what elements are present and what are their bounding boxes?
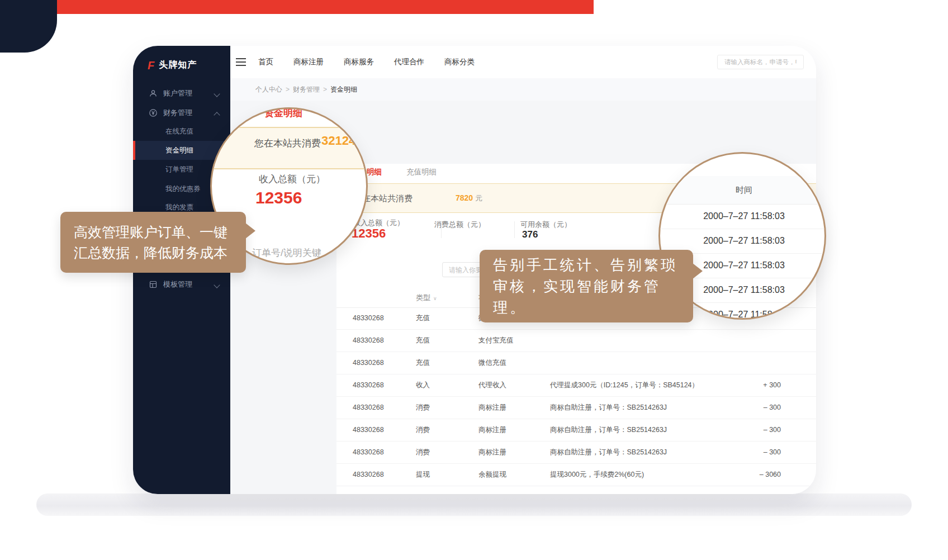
logo: F 头牌知产 bbox=[148, 59, 197, 71]
breadcrumb-bar: 个人中心 > 财务管理 > 资金明细 bbox=[230, 78, 816, 101]
cell-type: 提现 bbox=[416, 464, 430, 486]
nav-item-0[interactable]: 首页 bbox=[258, 57, 273, 67]
cell-type: 充值 bbox=[416, 307, 430, 329]
cell-balance: ¥ 12231 bbox=[815, 374, 816, 396]
menu-icon[interactable] bbox=[236, 58, 246, 68]
cell-balance: ¥ 12231 bbox=[815, 419, 816, 441]
cell-project: 商标注册 bbox=[478, 442, 506, 463]
available-balance-label: 可用余额（元） bbox=[520, 220, 571, 230]
callout-arrow-icon bbox=[693, 263, 703, 279]
sidebar-item-1-0[interactable]: 在线充值 bbox=[133, 122, 230, 141]
top-left-dark-corner bbox=[0, 0, 57, 53]
finance-icon bbox=[149, 108, 158, 117]
cell-balance: ¥ 12231 bbox=[815, 442, 816, 463]
cell-amount: – 300 bbox=[750, 397, 781, 419]
cell-type: 充值 bbox=[416, 352, 430, 374]
nav-item-3[interactable]: 代理合作 bbox=[394, 57, 424, 67]
breadcrumb-separator: > bbox=[286, 86, 290, 93]
zoom-banner-prefix: 您在本站共消费 bbox=[254, 137, 321, 150]
col-type-header[interactable]: 类型∨ bbox=[416, 288, 437, 308]
cell-desc: 商标自助注册，订单号：SB2514263J bbox=[550, 397, 667, 419]
sidebar-group-0[interactable]: 账户管理 bbox=[133, 84, 230, 103]
logo-icon: F bbox=[148, 60, 154, 71]
cell-project: 余额提现 bbox=[478, 464, 506, 486]
chevron-up-icon bbox=[214, 112, 220, 118]
cell-order: 48330268 bbox=[353, 464, 384, 486]
cell-amount: – 300 bbox=[750, 442, 781, 463]
cell-balance: ¥ 12231 bbox=[815, 464, 816, 486]
callout-arrow-icon bbox=[245, 223, 255, 239]
sidebar-item-label: 我的优惠券 bbox=[165, 184, 201, 194]
cell-order: 48330268 bbox=[353, 374, 384, 396]
zoom-income-value: 12356 bbox=[255, 188, 302, 207]
breadcrumb-home[interactable]: 个人中心 bbox=[255, 85, 282, 94]
cell-type: 收入 bbox=[416, 374, 430, 396]
cell-desc: 代理提成300元（ID:1245，订单号：SB45124） bbox=[550, 374, 699, 396]
user-icon bbox=[149, 89, 158, 98]
sidebar-item-label: 我的发票 bbox=[165, 203, 193, 212]
callout-left-text: 高效管理账户订单、一键汇总数据，降低财务成本 bbox=[74, 222, 233, 263]
zoom-income-label: 收入总额（元） bbox=[259, 173, 325, 186]
callout-right: 告别手工统计、告别繁琐审核，实现智能财务管理。 bbox=[480, 250, 693, 322]
cell-desc: 商标自助注册，订单号：SB2514263J bbox=[550, 442, 667, 463]
banner-amount: 7820元 bbox=[456, 184, 482, 212]
table-row: 48330268消费商标注册商标自助注册，订单号：SB2514263J– 300… bbox=[336, 442, 816, 464]
sidebar-group-2[interactable]: 模板管理 bbox=[133, 275, 230, 294]
laptop-base bbox=[36, 493, 912, 516]
breadcrumb-finance[interactable]: 财务管理 bbox=[293, 85, 320, 94]
table-row: 48330268消费商标注册商标自助注册，订单号：SB2514263J– 300… bbox=[336, 397, 816, 419]
table-row: 48330268收入代理收入代理提成300元（ID:1245，订单号：SB451… bbox=[336, 374, 816, 397]
cell-project: 代理收入 bbox=[478, 374, 506, 396]
sidebar-item-label: 资金明细 bbox=[165, 146, 193, 155]
sidebar-group-label: 财务管理 bbox=[163, 108, 192, 118]
cell-order: 48330268 bbox=[353, 330, 384, 352]
cell-order: 48330268 bbox=[353, 352, 384, 374]
nav-item-2[interactable]: 商标服务 bbox=[344, 57, 374, 67]
spend-total-label: 消费总额（元） bbox=[434, 220, 485, 230]
cell-project: 微信充值 bbox=[478, 352, 506, 374]
cell-type: 消费 bbox=[416, 442, 430, 463]
breadcrumb-separator: > bbox=[323, 86, 327, 93]
trademark-search-input[interactable] bbox=[717, 55, 804, 69]
cell-type: 充值 bbox=[416, 330, 430, 352]
top-nav-menu: 首页商标注册商标服务代理合作商标分类 bbox=[258, 46, 475, 78]
sidebar-item-label: 在线充值 bbox=[165, 127, 193, 136]
canvas: F 头牌知产 账户管理财务管理在线充值资金明细订单管理我的优惠券我的发票模板管理… bbox=[0, 0, 948, 560]
zoom-time-row: 2000–7–27 11:58:03 bbox=[660, 204, 826, 229]
tab-recharge-detail[interactable]: 充值明细 bbox=[406, 167, 437, 177]
cell-project: 商标注册 bbox=[478, 419, 506, 441]
cell-order: 48330268 bbox=[353, 397, 384, 419]
table-row: 48330268消费商标注册商标自助注册，订单号：SB2514263J– 300… bbox=[336, 419, 816, 442]
cell-type: 消费 bbox=[416, 397, 430, 419]
sidebar-group-label: 模板管理 bbox=[163, 279, 192, 290]
table-row: 48330268充值支付宝充值 bbox=[336, 330, 816, 352]
cell-order: 48330268 bbox=[353, 442, 384, 463]
cell-order: 48330268 bbox=[353, 307, 384, 329]
breadcrumb-current: 资金明细 bbox=[330, 85, 357, 94]
top-search bbox=[717, 55, 804, 69]
cell-desc: 商标自助注册，订单号：SB2514263J bbox=[550, 419, 667, 441]
available-balance-value: 376 bbox=[522, 229, 538, 240]
income-total-value: 12356 bbox=[352, 226, 386, 241]
nav-item-4[interactable]: 商标分类 bbox=[444, 57, 475, 67]
cell-amount: + 300 bbox=[750, 374, 781, 396]
chevron-down-icon bbox=[214, 91, 220, 97]
cell-amount: – 300 bbox=[750, 419, 781, 441]
nav-item-1[interactable]: 商标注册 bbox=[293, 57, 324, 67]
table-row: 48330268充值微信充值2 bbox=[336, 352, 816, 374]
cell-project: 支付宝充值 bbox=[478, 330, 514, 352]
sort-caret-icon: ∨ bbox=[433, 296, 437, 301]
sidebar-group-1[interactable]: 财务管理 bbox=[133, 103, 230, 122]
template-icon bbox=[149, 280, 158, 289]
zoom-tab-label: 资金明细 bbox=[264, 107, 302, 120]
cell-amount: – 3060 bbox=[750, 464, 781, 486]
table-row: 48330268提现余额提现提现3000元，手续费2%(60元)– 3060¥ … bbox=[336, 464, 816, 486]
sidebar-item-label: 订单管理 bbox=[165, 165, 193, 174]
callout-right-text: 告别手工统计、告别繁琐审核，实现智能财务管理。 bbox=[493, 254, 680, 318]
stat-divider bbox=[514, 221, 515, 238]
cell-type: 消费 bbox=[416, 419, 430, 441]
sidebar-group-label: 账户管理 bbox=[163, 88, 192, 98]
top-navbar: 首页商标注册商标服务代理合作商标分类 bbox=[230, 46, 816, 79]
zoom-order-column-header: 订单号/说明关键 bbox=[252, 246, 321, 259]
transactions-table: 48330268充值微信充值48330268充值支付宝充值48330268充值微… bbox=[336, 307, 816, 486]
